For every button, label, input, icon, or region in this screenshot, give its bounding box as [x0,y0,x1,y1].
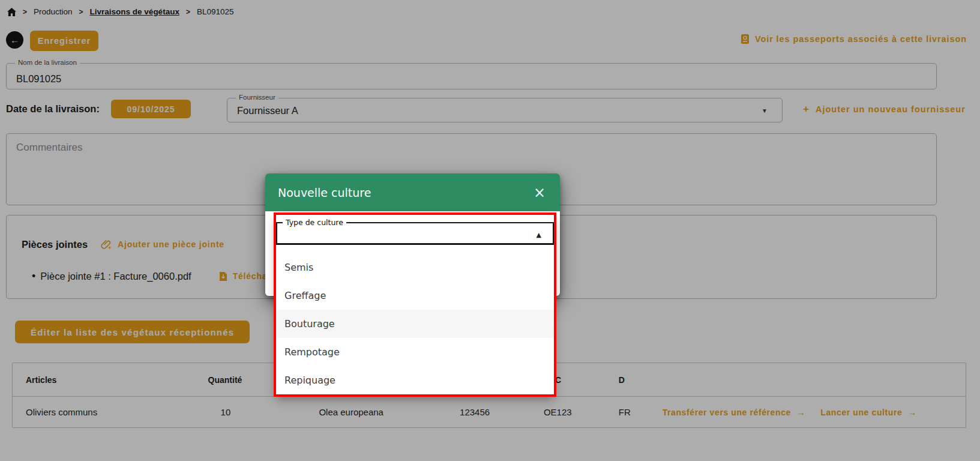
menu-option-bouturage[interactable]: Bouturage [276,310,554,338]
menu-option-greffage[interactable]: Greffage [276,282,554,310]
menu-option-semis[interactable]: Semis [276,253,554,282]
app-screen: > Production > Livraisons de végétaux > … [0,0,980,461]
culture-type-menu: Semis Greffage Bouturage Rempotage Repiq… [276,245,554,394]
menu-option-rempotage[interactable]: Rempotage [276,338,554,366]
close-icon[interactable]: × [531,184,548,201]
modal-title: Nouvelle culture [278,186,371,199]
culture-type-label: Type de culture [283,218,346,227]
culture-type-select[interactable]: Type de culture ▲ [276,215,554,245]
culture-type-dropdown: Type de culture ▲ Semis Greffage Boutura… [276,215,554,394]
caret-up-icon: ▲ [537,231,541,239]
modal-header: Nouvelle culture × [265,173,560,211]
menu-option-repiquage[interactable]: Repiquage [276,366,554,394]
